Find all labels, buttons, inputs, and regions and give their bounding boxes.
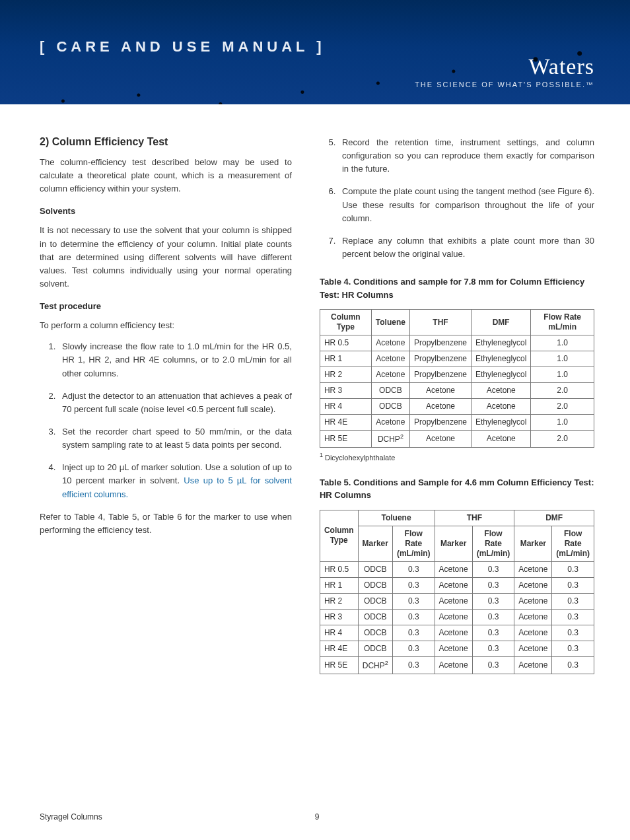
table5-group-head: Column Type Toluene THF DMF	[320, 510, 594, 526]
table-row: HR 4ODCBAcetoneAcetone2.0	[320, 399, 594, 415]
solvents-paragraph: It is not necessary to use the solvent t…	[40, 224, 292, 291]
table4-head-row: Column Type Toluene THF DMF Flow Rate mL…	[320, 310, 594, 335]
table-cell: 0.3	[392, 625, 435, 641]
table-cell: ODCB	[358, 625, 392, 641]
table-cell: Acetone	[409, 431, 471, 448]
table-cell: Acetone	[435, 561, 472, 577]
table5-h-columntype: Column Type	[320, 510, 358, 561]
table-cell: HR 2	[320, 593, 358, 609]
table-cell: Acetone	[371, 367, 409, 383]
table5: Column Type Toluene THF DMF Marker Flow …	[320, 510, 594, 674]
table4-h0: Column Type	[320, 310, 371, 335]
table-cell: HR 2	[320, 367, 371, 383]
table-cell: Acetone	[435, 625, 472, 641]
table-cell: Acetone	[472, 431, 531, 448]
table-cell: HR 5E	[320, 431, 371, 448]
table-cell: Ethyleneglycol	[472, 335, 531, 351]
table5-s6: Flow Rate (mL/min)	[552, 526, 594, 561]
step-3: Set the recorder chart speed to 50 mm/mi…	[58, 425, 292, 452]
table-cell: 1.0	[531, 335, 594, 351]
table-cell: Acetone	[435, 593, 472, 609]
footnote-text: Dicyclohexylphthalate	[325, 454, 395, 462]
table-cell: 0.3	[472, 561, 514, 577]
step-1: Slowly increase the flow rate to 1.0 mL/…	[58, 340, 292, 380]
table-cell: HR 5E	[320, 656, 358, 674]
table-cell: HR 0.5	[320, 335, 371, 351]
table-cell: HR 4	[320, 399, 371, 415]
table5-title: Table 5. Conditions and Sample for 4.6 m…	[320, 476, 594, 502]
table-cell: HR 1	[320, 351, 371, 367]
table-cell: DCHP2	[371, 431, 409, 448]
table-cell: 0.3	[392, 561, 435, 577]
step-7: Replace any column that exhibits a plate…	[338, 234, 594, 261]
table-row: HR 5EDCHP20.3Acetone0.3Acetone0.3	[320, 656, 594, 674]
table-cell: Acetone	[514, 577, 552, 593]
table-row: HR 4EAcetonePropylbenzeneEthyleneglycol1…	[320, 415, 594, 431]
section-heading: 2) Column Efficiency Test	[40, 136, 292, 148]
table-cell: 0.3	[472, 641, 514, 656]
table-cell: Propylbenzene	[409, 367, 471, 383]
table-cell: HR 3	[320, 609, 358, 625]
table-cell: 1.0	[531, 367, 594, 383]
table-cell: ODCB	[358, 609, 392, 625]
table-cell: 2.0	[531, 383, 594, 399]
page-content: 2) Column Efficiency Test The column-eff…	[0, 104, 630, 694]
table-cell: Acetone	[472, 399, 531, 415]
table5-s3: Marker	[435, 526, 472, 561]
table-cell: Propylbenzene	[409, 351, 471, 367]
table-cell: ODCB	[358, 577, 392, 593]
table-cell: 0.3	[392, 656, 435, 674]
table4-title: Table 4. Conditions and sample for 7.8 m…	[320, 275, 594, 301]
table-cell: 0.3	[552, 641, 594, 656]
table-cell: DCHP2	[358, 656, 392, 674]
table-row: HR 3ODCBAcetoneAcetone2.0	[320, 383, 594, 399]
table-cell: HR 4E	[320, 415, 371, 431]
table5-s2: Flow Rate (mL/min)	[392, 526, 435, 561]
table-cell: 0.3	[392, 609, 435, 625]
intro-paragraph: The column-efficiency test described bel…	[40, 156, 292, 195]
table-row: HR 2ODCB0.3Acetone0.3Acetone0.3	[320, 593, 594, 609]
table-cell: 0.3	[472, 625, 514, 641]
table4-footnote: 1 Dicyclohexylphthalate	[320, 452, 594, 462]
table-cell: HR 4	[320, 625, 358, 641]
banner-title: [ CARE AND USE MANUAL ]	[40, 38, 326, 55]
page-footer: Styragel Columns 9	[40, 812, 594, 822]
step-2: Adjust the detector to an attenuation th…	[58, 390, 292, 416]
table-cell: 2.0	[531, 431, 594, 448]
table-cell: Acetone	[514, 641, 552, 656]
step-6: Compute the plate count using the tangen…	[338, 185, 594, 225]
table4-h3: DMF	[472, 310, 531, 335]
table-cell: 0.3	[552, 561, 594, 577]
table5-s1: Marker	[358, 526, 392, 561]
table-cell: ODCB	[371, 399, 409, 415]
table-row: HR 3ODCB0.3Acetone0.3Acetone0.3	[320, 609, 594, 625]
table-cell: Acetone	[514, 625, 552, 641]
table4: Column Type Toluene THF DMF Flow Rate mL…	[320, 309, 594, 448]
table-cell: Acetone	[435, 609, 472, 625]
brand-name: Waters	[415, 54, 594, 79]
table-cell: 0.3	[472, 656, 514, 674]
after-steps-paragraph: Refer to Table 4, Table 5, or Table 6 fo…	[40, 510, 292, 537]
procedure-heading: Test procedure	[40, 301, 292, 311]
table-row: HR 2AcetonePropylbenzeneEthyleneglycol1.…	[320, 367, 594, 383]
table5-g0: Toluene	[358, 510, 435, 526]
table-cell: 1.0	[531, 415, 594, 431]
table-cell: Acetone	[371, 351, 409, 367]
table-cell: 0.3	[472, 609, 514, 625]
table-cell: ODCB	[358, 641, 392, 656]
table-cell: 0.3	[392, 577, 435, 593]
table-cell: HR 0.5	[320, 561, 358, 577]
table-cell: 0.3	[552, 656, 594, 674]
table-row: HR 4EODCB0.3Acetone0.3Acetone0.3	[320, 641, 594, 656]
table5-sub-head: Marker Flow Rate (mL/min) Marker Flow Ra…	[320, 526, 594, 561]
table-cell: 0.3	[392, 641, 435, 656]
table-row: HR 4ODCB0.3Acetone0.3Acetone0.3	[320, 625, 594, 641]
footnote-sup: 1	[320, 452, 323, 458]
table-cell: Acetone	[514, 561, 552, 577]
table-cell: Acetone	[472, 383, 531, 399]
table-cell: Acetone	[435, 656, 472, 674]
step-5: Record the retention time, instrument se…	[338, 136, 594, 176]
table-cell: Acetone	[514, 609, 552, 625]
table-cell: 0.3	[472, 577, 514, 593]
table4-h2: THF	[409, 310, 471, 335]
